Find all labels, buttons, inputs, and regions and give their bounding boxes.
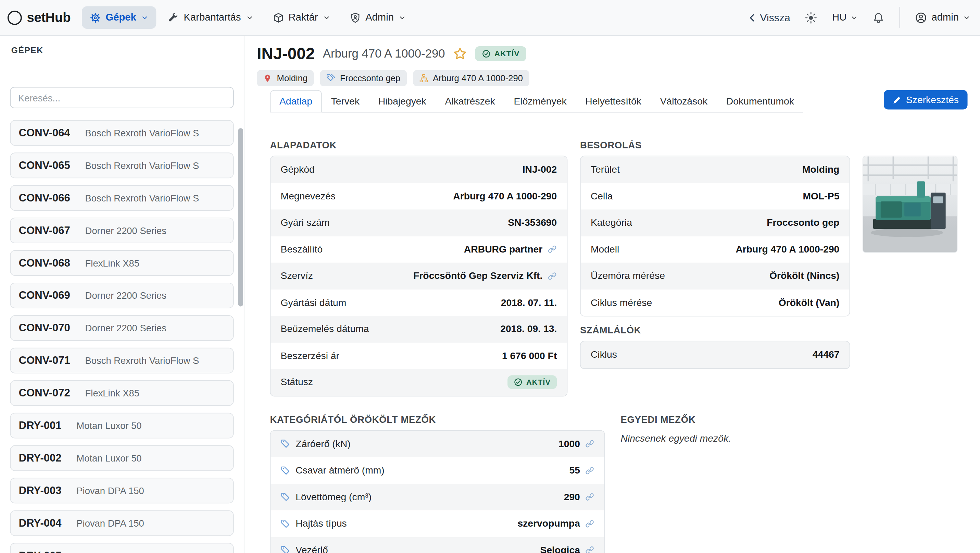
tab-el-zm-nyek[interactable]: Előzmények	[504, 90, 576, 113]
section-custom-fields: EGYEDI MEZŐK Nincsenek egyedi mezők.	[621, 407, 958, 444]
edit-button[interactable]: Szerkesztés	[883, 90, 967, 110]
top-navbar: setHub Gépek Karbantartás Raktár	[0, 0, 980, 36]
field-row: Vezérlő Selogica	[270, 537, 605, 553]
check-circle-icon	[482, 49, 491, 58]
tab-dokumentumok[interactable]: Dokumentumok	[717, 90, 803, 113]
language-selector[interactable]: HU	[832, 12, 858, 23]
nav-item-icon	[273, 12, 283, 23]
machine-list-item-conv-068[interactable]: CONV-068 FlexLink X85	[10, 250, 234, 276]
inherited-fields-table: Záróerő (kN) 1000	[270, 430, 605, 553]
field-value: ARBURG partner	[464, 244, 557, 255]
field-row: Cella MOL-P5	[581, 183, 850, 210]
link-icon[interactable]	[547, 245, 557, 254]
machine-list-item-dry-001[interactable]: DRY-001 Motan Luxor 50	[10, 413, 234, 438]
field-value-text: 55	[569, 465, 580, 476]
tag-badge-label: Froccsonto gep	[340, 73, 400, 83]
machine-list-item-conv-066[interactable]: CONV-066 Bosch Rexroth VarioFlow S	[10, 185, 234, 211]
machine-list-item-conv-067[interactable]: CONV-067 Dorner 2200 Series	[10, 218, 234, 243]
status-badge: AKTÍV	[508, 376, 557, 389]
section-heading: EGYEDI MEZŐK	[621, 414, 958, 424]
tag-badge-icon	[419, 74, 428, 83]
user-menu[interactable]: admin	[915, 12, 970, 24]
link-icon[interactable]	[585, 492, 594, 502]
tag-badge-arburg-470-a-1000-290[interactable]: Arburg 470 A 1000-290	[413, 70, 530, 86]
status-badge: AKTÍV	[475, 46, 527, 61]
machine-list-item-conv-072[interactable]: CONV-072 FlexLink X85	[10, 380, 234, 406]
detail-tabs: Adatlap Tervek Hibajegyek Alkatrészek El…	[270, 90, 803, 113]
link-icon[interactable]	[585, 519, 594, 528]
machine-list-item-conv-065[interactable]: CONV-065 Bosch Rexroth VarioFlow S	[10, 153, 234, 178]
machine-id: DRY-004	[19, 517, 62, 530]
back-button[interactable]: Vissza	[748, 12, 790, 24]
machine-id: CONV-071	[19, 354, 70, 367]
machine-list-item-dry-004[interactable]: DRY-004 Piovan DPA 150	[10, 510, 234, 536]
pencil-icon	[892, 95, 901, 104]
machine-id: CONV-070	[19, 322, 70, 335]
machine-photo[interactable]	[862, 156, 958, 252]
machine-id: CONV-065	[19, 159, 70, 172]
status-badge-label: AKTÍV	[526, 378, 550, 387]
link-icon[interactable]	[585, 545, 594, 553]
machine-id: DRY-001	[19, 419, 62, 432]
machine-list-item-conv-069[interactable]: CONV-069 Dorner 2200 Series	[10, 283, 234, 308]
nav-item-rakt-r[interactable]: Raktár	[265, 6, 338, 29]
machine-list-item-conv-064[interactable]: CONV-064 Bosch Rexroth VarioFlow S	[10, 120, 234, 146]
favorite-star-button[interactable]	[453, 47, 467, 61]
link-icon[interactable]	[547, 271, 557, 280]
custom-fields-empty-note: Nincsenek egyedi mezők.	[621, 432, 958, 444]
nav-item-karbantart-s[interactable]: Karbantartás	[160, 6, 261, 29]
machine-name: Dorner 2200 Series	[85, 323, 166, 333]
field-value: szervopumpa	[517, 518, 594, 529]
field-row: Hajtás típus szervopumpa	[270, 510, 605, 537]
field-value: MOL-P5	[803, 191, 839, 202]
tab-helyettes-t-k[interactable]: Helyettesítők	[576, 90, 651, 113]
check-circle-icon	[514, 378, 523, 387]
field-value: 44467	[813, 349, 840, 360]
machine-list-item-dry-003[interactable]: DRY-003 Piovan DPA 150	[10, 478, 234, 504]
field-label: Státusz	[281, 376, 313, 388]
nav-item-label: Karbantartás	[183, 12, 241, 23]
notifications-button[interactable]	[873, 12, 885, 24]
field-value: INJ-002	[523, 164, 557, 175]
field-row: Modell Arburg 470 A 1000-290	[581, 236, 850, 263]
nav-item-g-pek[interactable]: Gépek	[82, 6, 156, 29]
tab-hibajegyek[interactable]: Hibajegyek	[369, 90, 436, 113]
field-label: Csavar átmérő (mm)	[281, 465, 385, 476]
tab-alkatr-szek[interactable]: Alkatrészek	[436, 90, 504, 113]
machine-list-item-dry-005[interactable]: DRY-005	[10, 543, 234, 553]
field-value-text: szervopumpa	[517, 518, 580, 529]
brand-logo[interactable]: setHub	[8, 10, 70, 25]
machine-list-item-conv-071[interactable]: CONV-071 Bosch Rexroth VarioFlow S	[10, 348, 234, 373]
link-icon[interactable]	[585, 439, 594, 448]
tag-badge-icon	[326, 74, 335, 83]
link-icon[interactable]	[585, 465, 594, 475]
section-szamlalok: SZÁMLÁLÓK Ciklus 44467	[580, 325, 850, 369]
tab-tervek[interactable]: Tervek	[321, 90, 369, 113]
sidebar-scrollbar[interactable]	[238, 128, 243, 306]
tag-badge-icon	[263, 74, 272, 83]
field-value-text: 2018. 09. 13.	[500, 324, 557, 335]
nav-item-label: Raktár	[288, 12, 318, 23]
theme-toggle-button[interactable]	[805, 12, 817, 24]
nav-item-admin[interactable]: Admin	[342, 6, 414, 29]
tag-icon	[281, 439, 290, 448]
field-value: 1000	[558, 438, 595, 449]
language-label: HU	[832, 12, 846, 23]
chevron-down-icon	[963, 14, 970, 21]
tags-row: Molding Froccsonto gep Arburg 470 A 1000…	[257, 70, 967, 86]
field-value: Fröccsöntő Gep Szerviz Kft.	[413, 270, 557, 282]
tab-adatlap[interactable]: Adatlap	[270, 90, 322, 113]
tag-badge-froccsonto-gep[interactable]: Froccsonto gep	[320, 70, 407, 86]
sidebar-title: GÉPEK	[11, 46, 234, 56]
tag-badge-label: Molding	[277, 73, 307, 83]
bell-icon	[873, 12, 885, 24]
main-nav: Gépek Karbantartás Raktár Adm	[82, 6, 414, 29]
field-row: Megnevezés Arburg 470 A 1000-290	[270, 183, 567, 210]
field-value-text: 2018. 07. 11.	[501, 297, 557, 308]
tag-badge-molding[interactable]: Molding	[257, 70, 313, 86]
machine-list-item-conv-070[interactable]: CONV-070 Dorner 2200 Series	[10, 315, 234, 341]
tab-v-ltoz-sok[interactable]: Változások	[651, 90, 717, 113]
machine-list-item-dry-002[interactable]: DRY-002 Motan Luxor 50	[10, 445, 234, 471]
tag-icon	[281, 519, 290, 528]
search-input[interactable]	[10, 87, 234, 108]
